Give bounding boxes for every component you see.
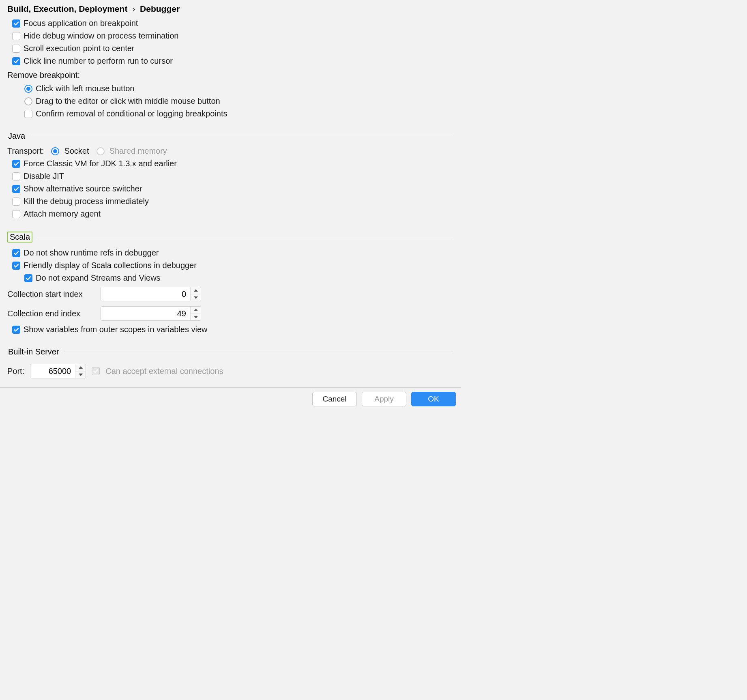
collection-start-up-icon[interactable] (191, 287, 201, 294)
force-classic-vm-checkbox[interactable] (12, 160, 20, 168)
scroll-execution-label: Scroll execution point to center (24, 44, 135, 53)
collection-end-spinner[interactable] (101, 306, 201, 321)
friendly-display-label: Friendly display of Scala collections in… (24, 261, 197, 270)
breadcrumb-part2: Debugger (140, 4, 180, 13)
remove-breakpoint-label: Remove breakpoint: (7, 67, 453, 82)
button-bar: Cancel Apply OK (0, 387, 461, 410)
collection-end-down-icon[interactable] (191, 314, 201, 321)
click-line-number-label: Click line number to perform run to curs… (24, 56, 173, 66)
collection-start-input[interactable] (101, 287, 190, 301)
breadcrumb-separator: › (130, 4, 137, 13)
remove-bp-click-left-label: Click with left mouse button (36, 84, 134, 93)
builtin-server-section-title: Built-in Server (7, 347, 60, 356)
disable-jit-label: Disable JIT (24, 172, 64, 181)
no-expand-streams-checkbox[interactable] (24, 274, 32, 282)
remove-bp-drag-radio[interactable] (24, 97, 32, 105)
scroll-execution-checkbox[interactable] (12, 45, 20, 53)
breadcrumb-part1[interactable]: Build, Execution, Deployment (7, 4, 127, 13)
divider (30, 136, 453, 136)
port-spinner[interactable] (30, 364, 86, 378)
java-section-title: Java (7, 131, 26, 141)
divider (64, 352, 453, 352)
port-input[interactable] (30, 364, 75, 378)
runtime-refs-label: Do not show runtime refs in debugger (24, 248, 159, 258)
builtin-server-section-header: Built-in Server (7, 347, 453, 356)
runtime-refs-checkbox[interactable] (12, 249, 20, 257)
apply-button[interactable]: Apply (362, 392, 406, 406)
port-up-icon[interactable] (75, 364, 86, 371)
collection-end-up-icon[interactable] (191, 307, 201, 314)
collection-start-down-icon[interactable] (191, 294, 201, 301)
force-classic-vm-label: Force Classic VM for JDK 1.3.x and earli… (24, 159, 177, 168)
kill-debug-process-checkbox[interactable] (12, 198, 20, 206)
remove-bp-drag-label: Drag to the editor or click with middle … (36, 97, 220, 106)
port-label: Port: (7, 367, 24, 376)
divider (36, 237, 453, 237)
focus-application-checkbox[interactable] (12, 19, 20, 28)
scala-section-header: Scala (7, 232, 453, 243)
cancel-button[interactable]: Cancel (312, 392, 357, 406)
hide-debug-window-label: Hide debug window on process termination (24, 31, 178, 41)
confirm-removal-label: Confirm removal of conditional or loggin… (36, 109, 227, 118)
accept-external-label: Can accept external connections (105, 367, 223, 376)
attach-memory-agent-checkbox[interactable] (12, 210, 20, 218)
click-line-number-checkbox[interactable] (12, 57, 20, 65)
confirm-removal-checkbox[interactable] (24, 110, 32, 118)
focus-application-label: Focus application on breakpoint (24, 19, 138, 28)
collection-end-input[interactable] (101, 307, 190, 320)
kill-debug-process-label: Kill the debug process immediately (24, 197, 149, 206)
transport-label: Transport: (7, 146, 44, 156)
breadcrumb: Build, Execution, Deployment › Debugger (7, 4, 453, 17)
alt-source-switcher-label: Show alternative source switcher (24, 184, 142, 193)
accept-external-checkbox (92, 367, 100, 375)
transport-socket-label: Socket (64, 146, 89, 156)
transport-shared-memory-radio (97, 147, 105, 155)
collection-end-label: Collection end index (7, 309, 101, 318)
disable-jit-checkbox[interactable] (12, 172, 20, 180)
transport-shared-memory-label: Shared memory (109, 146, 167, 156)
ok-button[interactable]: OK (411, 392, 456, 406)
outer-scopes-checkbox[interactable] (12, 326, 20, 334)
outer-scopes-label: Show variables from outer scopes in vari… (24, 325, 208, 334)
java-section-header: Java (7, 131, 453, 141)
no-expand-streams-label: Do not expand Streams and Views (36, 273, 161, 283)
port-down-icon[interactable] (75, 371, 86, 378)
remove-bp-click-left-radio[interactable] (24, 85, 32, 93)
collection-start-label: Collection start index (7, 290, 101, 299)
friendly-display-checkbox[interactable] (12, 262, 20, 270)
transport-socket-radio[interactable] (51, 147, 59, 155)
scala-section-title: Scala (7, 232, 32, 243)
collection-start-spinner[interactable] (101, 287, 201, 301)
hide-debug-window-checkbox[interactable] (12, 32, 20, 40)
alt-source-switcher-checkbox[interactable] (12, 185, 20, 193)
attach-memory-agent-label: Attach memory agent (24, 209, 101, 219)
